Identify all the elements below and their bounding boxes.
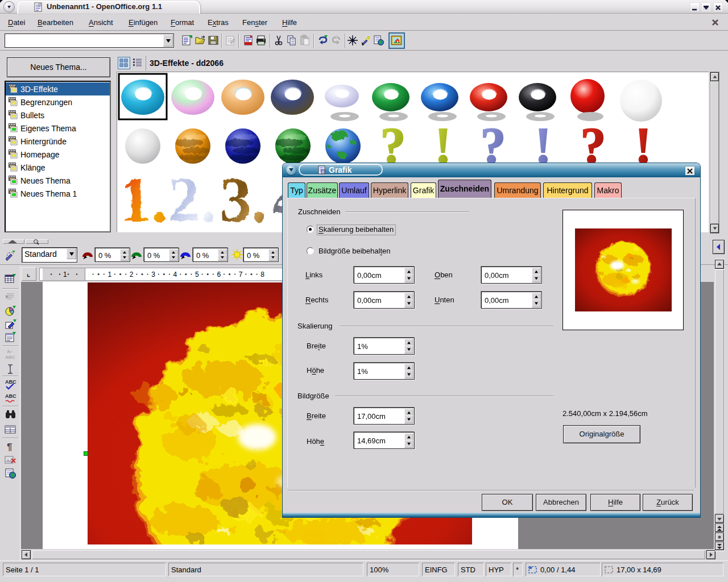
- svg-text:2.: 2.: [168, 164, 216, 232]
- svg-text:6: 6: [217, 271, 221, 278]
- svg-text:1.: 1.: [119, 164, 167, 232]
- svg-text:ABC: ABC: [5, 393, 16, 399]
- svg-text:5: 5: [195, 271, 199, 278]
- svg-text:2: 2: [130, 271, 134, 278]
- svg-text:8: 8: [260, 271, 264, 278]
- svg-text:7: 7: [239, 271, 243, 278]
- svg-text:ABC: ABC: [5, 379, 16, 385]
- svg-text:A: A: [7, 349, 10, 354]
- svg-text:¶: ¶: [7, 442, 12, 452]
- svg-text:ABC: ABC: [5, 355, 15, 360]
- svg-text:3.: 3.: [220, 164, 267, 232]
- svg-text:1: 1: [107, 271, 111, 278]
- svg-text:1: 1: [63, 271, 67, 278]
- svg-text:3: 3: [151, 271, 155, 278]
- svg-text:4: 4: [173, 271, 177, 278]
